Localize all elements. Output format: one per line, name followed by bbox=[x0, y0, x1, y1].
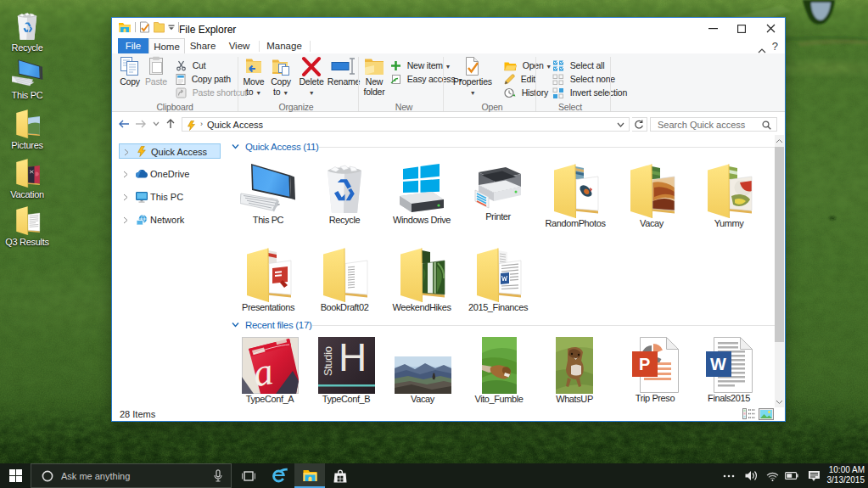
svg-text:H: H bbox=[339, 337, 367, 379]
svg-text:P: P bbox=[639, 355, 650, 373]
svg-text:W: W bbox=[710, 355, 726, 373]
svg-text:Studio: Studio bbox=[322, 346, 334, 376]
